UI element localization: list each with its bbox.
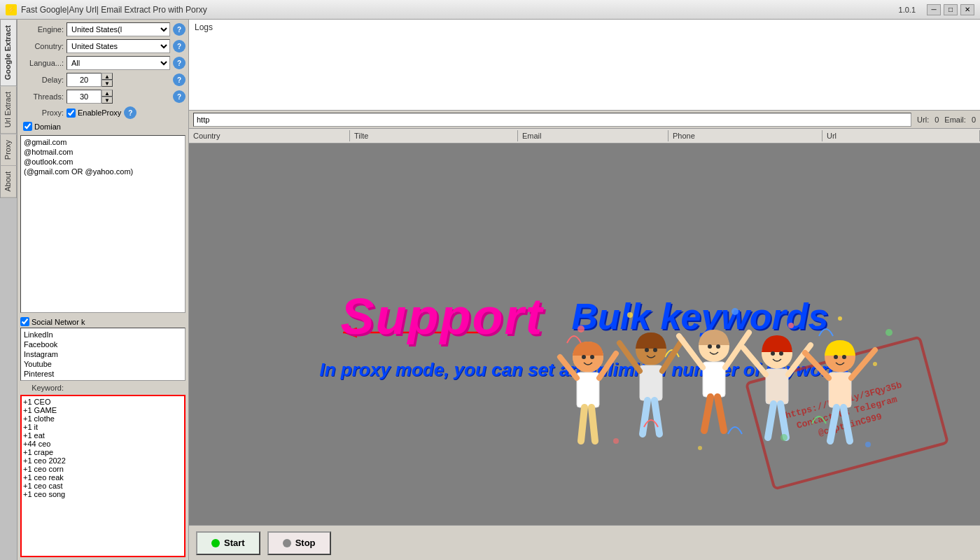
svg-rect-16 (577, 372, 599, 407)
domain-list[interactable]: @gmail.com @hotmail.com @outlook.com (@g… (20, 135, 186, 313)
stop-icon (283, 539, 291, 547)
social-item-youtube[interactable]: Youtube (22, 359, 183, 369)
window-controls[interactable]: ─ □ ✕ (927, 4, 974, 15)
col-email: Email (518, 130, 668, 141)
delay-down-button[interactable]: ▼ (102, 80, 113, 87)
col-url: Url (822, 130, 980, 141)
svg-line-28 (654, 400, 659, 434)
social-list[interactable]: LinkedIn Facebook Instagram Youtube Pint… (20, 328, 186, 381)
titlebar-left: ⚡ Fast Google|Any Url| Email Extract Pro… (6, 4, 207, 15)
tab-proxy[interactable]: Proxy (0, 134, 17, 166)
proxy-help-button[interactable]: ? (124, 106, 136, 119)
svg-point-8 (886, 329, 892, 336)
delay-spinner: 20 ▲ ▼ (66, 73, 170, 87)
social-item-facebook[interactable]: Facebook (22, 340, 183, 349)
table-header: Country Tilte Email Phone Url (189, 129, 980, 144)
social-network-label[interactable]: Social Networ k (20, 317, 186, 326)
url-label: Url: (917, 115, 929, 124)
svg-point-55 (780, 434, 788, 441)
domain-item[interactable]: @outlook.com (22, 157, 183, 167)
proxy-row: Proxy: EnableProxy ? (20, 106, 186, 119)
language-select[interactable]: All (66, 56, 170, 70)
close-button[interactable]: ✕ (960, 4, 974, 15)
minimize-button[interactable]: ─ (927, 4, 941, 15)
logs-area: Logs (189, 20, 980, 111)
app-icon: ⚡ (6, 4, 17, 15)
social-section: Social Networ k LinkedIn Facebook Instag… (20, 317, 186, 381)
social-network-checkbox[interactable] (20, 317, 29, 326)
domain-item[interactable]: (@gmail.com OR @yahoo.com) (22, 167, 183, 176)
stop-button[interactable]: Stop (267, 531, 331, 555)
keyword-section: Keyword: +1 CEO +1 GAME +1 clothe +1 it … (20, 384, 186, 557)
domain-row: Domian (20, 122, 186, 131)
domain-label[interactable]: Domian (20, 122, 61, 131)
engine-row: Engine: United States(l ? (20, 22, 186, 36)
country-help-button[interactable]: ? (173, 40, 186, 52)
svg-point-11 (873, 362, 877, 366)
start-button[interactable]: Start (196, 531, 260, 555)
svg-line-44 (780, 404, 786, 438)
proxy-label: Proxy: (20, 108, 64, 117)
country-row: Conutry: United States ? (20, 39, 186, 53)
delay-help-button[interactable]: ? (173, 74, 186, 86)
tab-about[interactable]: About (0, 166, 17, 198)
keyword-row: Keyword: (20, 384, 186, 392)
svg-line-19 (581, 407, 584, 441)
social-item-linkedin[interactable]: LinkedIn (22, 330, 183, 340)
threads-help-button[interactable]: ? (173, 90, 186, 103)
keyword-textarea[interactable]: +1 CEO +1 GAME +1 clothe +1 it +1 eat +4… (20, 395, 186, 557)
country-label: Conutry: (20, 42, 64, 50)
country-select[interactable]: United States (66, 39, 170, 53)
language-help-button[interactable]: ? (173, 57, 186, 69)
start-icon (211, 539, 220, 547)
delay-row: Delay: 20 ▲ ▼ ? (20, 73, 186, 87)
left-panel: Engine: United States(l ? Conutry: Unite… (18, 20, 189, 560)
url-input[interactable]: http (193, 113, 911, 127)
social-item-instagram[interactable]: Instagram (22, 349, 183, 359)
engine-select[interactable]: United States(l (66, 22, 170, 36)
tab-url-extract[interactable]: Url Extract (0, 86, 17, 134)
svg-line-43 (768, 404, 774, 438)
svg-point-46 (834, 355, 838, 359)
delay-input[interactable]: 20 (66, 73, 102, 87)
svg-point-14 (582, 355, 586, 359)
svg-point-56 (865, 442, 871, 447)
version-label: 1.0.1 (899, 6, 916, 14)
threads-spinner-buttons: ▲ ▼ (102, 90, 113, 104)
tab-google-extract[interactable]: Google Extract (0, 20, 17, 86)
svg-rect-24 (640, 365, 662, 400)
tab-strip: Google Extract Url Extract Proxy About (0, 20, 18, 560)
support-text: Support (341, 288, 544, 345)
svg-rect-48 (829, 372, 851, 407)
delay-label: Delay: (20, 76, 64, 84)
threads-label: Threads: (20, 92, 64, 101)
email-label: Email: (944, 115, 966, 124)
threads-up-button[interactable]: ▲ (102, 90, 113, 97)
delay-up-button[interactable]: ▲ (102, 73, 113, 80)
threads-input[interactable]: 30 (66, 90, 102, 104)
svg-point-30 (708, 344, 712, 349)
delay-spinner-buttons: ▲ ▼ (102, 73, 113, 87)
svg-point-15 (590, 355, 594, 359)
svg-line-33 (679, 336, 703, 368)
app-title: Fast Google|Any Url| Email Extract Pro w… (21, 5, 207, 15)
svg-line-51 (830, 407, 836, 441)
social-item-pinterest[interactable]: Pinterest (22, 369, 183, 379)
threads-down-button[interactable]: ▼ (102, 97, 113, 104)
domain-item[interactable]: @hotmail.com (22, 147, 183, 157)
url-count: 0 (934, 115, 939, 124)
language-row: Langua...: All ? (20, 56, 186, 70)
enable-proxy-checkbox[interactable] (66, 108, 76, 118)
col-title: Tilte (350, 130, 518, 141)
domain-checkbox[interactable] (23, 122, 32, 131)
svg-line-52 (844, 407, 850, 441)
svg-rect-40 (766, 369, 788, 404)
maximize-button[interactable]: □ (944, 4, 958, 15)
stop-label: Stop (295, 538, 316, 548)
engine-help-button[interactable]: ? (173, 23, 186, 36)
enable-proxy-label[interactable]: EnableProxy (66, 108, 121, 118)
svg-point-2 (578, 326, 584, 332)
domain-item[interactable]: @gmail.com (22, 137, 183, 147)
domain-text: Domian (34, 122, 61, 131)
right-panel: Logs http Url: 0 Email: 0 Country Tilte … (189, 20, 980, 560)
